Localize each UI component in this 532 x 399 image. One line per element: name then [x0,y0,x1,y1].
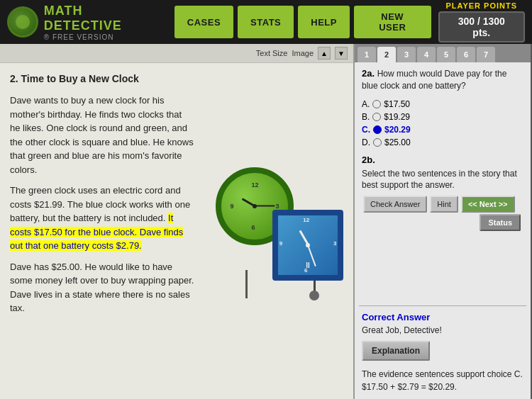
blue-clock-marker: II [306,262,310,269]
question-2b-text: Select the two sentences in the story th… [362,168,523,192]
para2-text: The green clock uses an electric cord an… [10,185,190,223]
header: MATH DETECTIVE ® FREE VERSION CASES STAT… [0,0,532,44]
blue-clock-center [306,243,310,247]
tab-5[interactable]: 5 [437,47,455,62]
text-content: 2. Time to Buy a New Clock Dave wants to… [0,63,204,399]
logo-area: MATH DETECTIVE ® FREE VERSION [7,4,165,41]
nav-cases-button[interactable]: CASES [174,6,233,38]
action-row: Check Answer Hint << Next >> [362,196,523,213]
question-content: 2a. How much would Dave pay for the blue… [355,62,531,305]
para1: Dave wants to buy a new clock for his mo… [10,94,194,176]
green-clock-cord [245,270,248,298]
option-a[interactable]: A. $17.50 [362,99,523,109]
nav-help-button[interactable]: HELP [298,6,350,38]
option-d-letter: D. [362,137,370,147]
radio-c[interactable] [373,125,382,134]
nav-newuser-button[interactable]: NEW USER [354,6,431,38]
left-panel: Text Size Image ▲ ▼ 2. Time to Buy a New… [0,44,355,399]
status-row: Status [362,213,523,232]
tab-2[interactable]: 2 [377,47,396,62]
answer-options: A. $17.50 B. $19.29 C. $20.29 D. [362,99,523,147]
player-points-box: 300 / 1300 pts. [438,11,525,43]
great-job-text: Great Job, Detective! [362,325,523,335]
tab-6[interactable]: 6 [457,47,475,62]
clock-container: 12 3 6 9 12 3 [209,160,349,302]
app-subtitle: ® FREE VERSION [44,33,165,41]
option-a-value: $17.50 [384,99,410,109]
question-tabs: 1 2 3 4 5 6 7 [355,44,531,62]
tab-3[interactable]: 3 [397,47,416,62]
check-answer-button[interactable]: Check Answer [363,196,427,213]
right-panel: 1 2 3 4 5 6 7 2a. How much would Dave pa… [355,44,531,399]
player-points-label: PLAYER POINTS [438,1,525,10]
correct-answer-label: Correct Answer [362,312,523,322]
nav-stats-button[interactable]: STATS [238,6,294,38]
blue-square-clock: 12 3 6 9 II [272,210,343,281]
title-area: MATH DETECTIVE ® FREE VERSION [44,4,165,41]
pendulum-bob [309,291,319,300]
option-d-value: $25.00 [384,137,411,147]
question-2b-label: 2b. [362,154,523,165]
player-points-area: PLAYER POINTS 300 / 1300 pts. [438,1,525,43]
clock-number-9: 9 [230,203,233,210]
status-button[interactable]: Status [480,214,521,231]
question-label: 2a. [362,68,375,79]
tab-4[interactable]: 4 [417,47,436,62]
result-area: Correct Answer Great Job, Detective! Exp… [355,306,531,399]
content-area: 2. Time to Buy a New Clock Dave wants to… [0,63,353,399]
hint-button[interactable]: Hint [430,196,458,213]
option-d[interactable]: D. $25.00 [362,137,523,147]
explanation-button[interactable]: Explanation [362,341,430,361]
text-size-label: Text Size [256,49,288,57]
globe-inner [16,15,30,29]
para2: The green clock uses an electric cord an… [10,184,194,253]
image-down-button[interactable]: ▼ [335,47,348,60]
radio-d[interactable] [373,138,382,147]
clock-number-6: 6 [251,224,255,231]
option-c[interactable]: C. $20.29 [362,125,523,135]
nav-buttons: CASES STATS HELP NEW USER [174,6,431,38]
option-a-letter: A. [362,99,370,109]
clocks-image: 12 3 6 9 12 3 [204,63,353,399]
question-text: How much would Dave pay for the blue clo… [362,69,506,91]
option-b-value: $19.29 [384,112,410,122]
green-clock-center [253,204,257,208]
clock-number-12: 12 [251,181,258,189]
left-toolbar: Text Size Image ▲ ▼ [0,44,353,63]
app-title: MATH DETECTIVE [44,4,165,33]
radio-b[interactable] [372,113,381,121]
explanation-text: The evidence sentences support choice C.… [362,368,523,393]
radio-a[interactable] [372,100,381,108]
globe-icon [7,6,38,38]
tab-7[interactable]: 7 [477,47,495,62]
option-b[interactable]: B. $19.29 [362,112,523,122]
green-minute-hand [255,206,275,207]
image-label: Image [292,49,314,57]
case-title: 2. Time to Buy a New Clock [10,72,194,86]
option-c-value: $20.29 [384,125,411,135]
next-button[interactable]: << Next >> [461,196,515,213]
tab-1[interactable]: 1 [358,47,376,62]
main: Text Size Image ▲ ▼ 2. Time to Buy a New… [0,44,532,399]
image-up-button[interactable]: ▲ [318,47,331,60]
option-c-letter: C. [362,125,370,135]
para3: Dave has $25.00. He would like to have s… [10,260,194,315]
clock-number-3: 3 [276,203,279,210]
option-b-letter: B. [362,112,370,122]
